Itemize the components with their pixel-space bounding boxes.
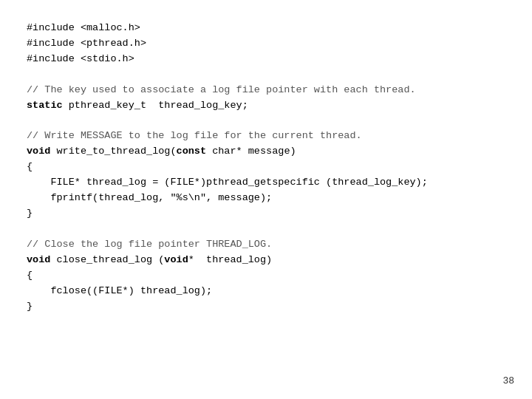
blank-line-3 (27, 222, 505, 237)
line-file1: FILE* thread_log = (FILE*)pthread_getspe… (27, 175, 505, 191)
keyword-const: const (177, 146, 207, 157)
line-comment2: // Write MESSAGE to the log file for the… (27, 129, 505, 144)
line-brace-open1: { (27, 160, 505, 175)
line-include1: #include <malloc.h> (27, 21, 505, 36)
line-include2: #include <pthread.h> (27, 36, 505, 52)
line-fprintf1: fprintf(thread_log, "%s\n", message); (27, 191, 505, 206)
line-comment1: // The key used to associate a log file … (27, 83, 505, 98)
line-void2: void close_thread_log (void* thread_log) (27, 253, 505, 268)
blank-line-1 (27, 67, 505, 83)
void2-rest2: * thread_log) (188, 254, 272, 265)
void1-rest2: char* message) (206, 146, 296, 157)
keyword-static: static (27, 100, 63, 111)
line-brace-open2: { (27, 268, 505, 284)
keyword-void-param: void (164, 254, 188, 265)
static-rest: pthread_key_t thread_log_key; (63, 100, 248, 111)
line-include3: #include <stdio.h> (27, 52, 505, 67)
line-comment3: // Close the log file pointer THREAD_LOG… (27, 237, 505, 253)
line-static1: static pthread_key_t thread_log_key; (27, 98, 505, 114)
void2-rest: close_thread_log ( (50, 254, 164, 265)
line-void1: void write_to_thread_log(const char* mes… (27, 144, 505, 160)
keyword-void2: void (27, 254, 50, 265)
void1-rest: write_to_thread_log( (50, 146, 176, 157)
blank-line-2 (27, 114, 505, 129)
page-number: 38 (502, 374, 514, 389)
keyword-void1: void (27, 146, 50, 157)
line-brace-close2: } (27, 299, 505, 315)
line-fclose1: fclose((FILE*) thread_log); (27, 284, 505, 299)
line-brace-close1: } (27, 206, 505, 222)
code-block: #include <malloc.h> #include <pthread.h>… (0, 0, 532, 330)
